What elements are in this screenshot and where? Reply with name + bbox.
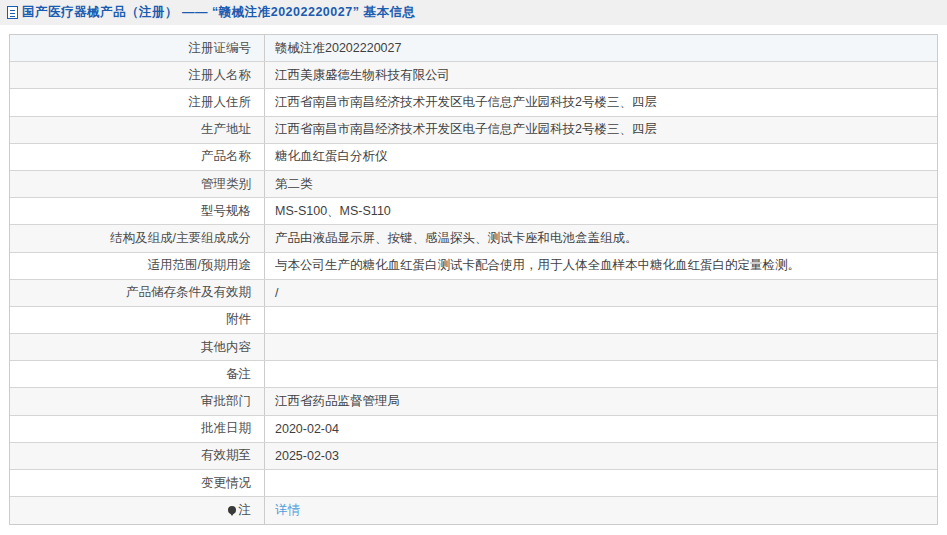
row-label-text: 管理类别 (201, 176, 251, 193)
row-label: 审批部门 (10, 388, 264, 414)
table-row: 结构及组成/主要组成成分产品由液晶显示屏、按键、感温探头、测试卡座和电池盒盖组成… (10, 225, 937, 252)
row-label-text: 注册人住所 (189, 94, 252, 111)
row-label: 批准日期 (10, 416, 264, 442)
row-value-text: 江西省南昌市南昌经济技术开发区电子信息产业园科技2号楼三、四层 (275, 94, 657, 111)
row-label-text: 注册证编号 (189, 40, 252, 57)
row-label-text: 适用范围/预期用途 (148, 257, 251, 274)
row-label: 注册证编号 (10, 35, 264, 61)
row-value: 江西美康盛德生物科技有限公司 (264, 62, 937, 88)
row-value-text: MS-S100、MS-S110 (275, 203, 391, 220)
row-value: 第二类 (264, 171, 937, 197)
table-row: 附件 (10, 307, 937, 334)
row-value (264, 470, 937, 496)
row-label-text: 产品储存条件及有效期 (126, 284, 251, 301)
row-label-text: 注 (239, 502, 252, 519)
row-label: 型号规格 (10, 198, 264, 224)
row-label: 产品储存条件及有效期 (10, 280, 264, 306)
table-row: 批准日期2020-02-04 (10, 416, 937, 443)
table-row: 变更情况 (10, 470, 937, 497)
row-value: 江西省药品监督管理局 (264, 388, 937, 414)
table-row: 审批部门江西省药品监督管理局 (10, 388, 937, 415)
table-row: 管理类别第二类 (10, 171, 937, 198)
row-label: 管理类别 (10, 171, 264, 197)
row-value: 与本公司生产的糖化血红蛋白测试卡配合使用，用于人体全血样本中糖化血红蛋白的定量检… (264, 253, 937, 279)
row-label: 生产地址 (10, 117, 264, 143)
row-label: 适用范围/预期用途 (10, 253, 264, 279)
table-row: 产品名称糖化血红蛋白分析仪 (10, 144, 937, 171)
row-label-text: 有效期至 (201, 447, 251, 464)
table-row: 有效期至2025-02-03 (10, 443, 937, 470)
row-label: 其他内容 (10, 334, 264, 360)
row-value-text: 赣械注准20202220027 (275, 40, 401, 57)
document-icon (7, 6, 18, 19)
row-value: / (264, 280, 937, 306)
row-label-text: 其他内容 (201, 339, 251, 356)
details-link[interactable]: 详情 (275, 502, 300, 519)
row-value: 赣械注准20202220027 (264, 35, 937, 61)
row-value: 详情 (264, 497, 937, 524)
row-label: 备注 (10, 361, 264, 387)
row-label-text: 生产地址 (201, 121, 251, 138)
table-row: 注详情 (10, 497, 937, 524)
row-value: 2025-02-03 (264, 443, 937, 469)
row-label-text: 变更情况 (201, 475, 251, 492)
row-value-text: 2025-02-03 (275, 449, 339, 463)
row-label: 结构及组成/主要组成成分 (10, 225, 264, 251)
row-value-text: 2020-02-04 (275, 422, 339, 436)
row-value: MS-S100、MS-S110 (264, 198, 937, 224)
row-value-text: 糖化血红蛋白分析仪 (275, 148, 388, 165)
row-label-text: 产品名称 (201, 148, 251, 165)
balloon-note-icon (228, 506, 236, 514)
table-row: 型号规格MS-S100、MS-S110 (10, 198, 937, 225)
table-row: 注册证编号赣械注准20202220027 (10, 35, 937, 62)
row-label-text: 批准日期 (201, 420, 251, 437)
table-row: 注册人住所江西省南昌市南昌经济技术开发区电子信息产业园科技2号楼三、四层 (10, 89, 937, 116)
table-row: 生产地址江西省南昌市南昌经济技术开发区电子信息产业园科技2号楼三、四层 (10, 117, 937, 144)
row-value: 江西省南昌市南昌经济技术开发区电子信息产业园科技2号楼三、四层 (264, 117, 937, 143)
row-label-text: 结构及组成/主要组成成分 (110, 230, 251, 247)
row-label: 变更情况 (10, 470, 264, 496)
row-value (264, 307, 937, 333)
row-label: 附件 (10, 307, 264, 333)
row-value-text: 与本公司生产的糖化血红蛋白测试卡配合使用，用于人体全血样本中糖化血红蛋白的定量检… (275, 257, 800, 274)
row-value-text: 第二类 (275, 176, 313, 193)
registration-info-table: 注册证编号赣械注准20202220027注册人名称江西美康盛德生物科技有限公司注… (9, 34, 938, 525)
row-value-text: 江西美康盛德生物科技有限公司 (275, 67, 450, 84)
page-title: 国产医疗器械产品（注册） —— “赣械注准20202220027” 基本信息 (22, 4, 415, 21)
row-label-text: 注册人名称 (189, 67, 252, 84)
row-value (264, 361, 937, 387)
row-label: 有效期至 (10, 443, 264, 469)
page: 国产医疗器械产品（注册） —— “赣械注准20202220027” 基本信息 注… (0, 0, 947, 525)
table-row: 备注 (10, 361, 937, 388)
page-header: 国产医疗器械产品（注册） —— “赣械注准20202220027” 基本信息 (0, 0, 947, 25)
row-value: 江西省南昌市南昌经济技术开发区电子信息产业园科技2号楼三、四层 (264, 89, 937, 115)
row-label: 注 (10, 497, 264, 524)
row-value (264, 334, 937, 360)
row-value-text: / (275, 286, 278, 300)
row-label-text: 备注 (226, 366, 251, 383)
row-label: 注册人住所 (10, 89, 264, 115)
table-row: 产品储存条件及有效期/ (10, 280, 937, 307)
row-label-text: 型号规格 (201, 203, 251, 220)
row-value-text: 江西省药品监督管理局 (275, 393, 400, 410)
row-value: 产品由液晶显示屏、按键、感温探头、测试卡座和电池盒盖组成。 (264, 225, 937, 251)
row-label-text: 审批部门 (201, 393, 251, 410)
row-value: 糖化血红蛋白分析仪 (264, 144, 937, 170)
row-value-text: 江西省南昌市南昌经济技术开发区电子信息产业园科技2号楼三、四层 (275, 121, 657, 138)
table-row: 适用范围/预期用途与本公司生产的糖化血红蛋白测试卡配合使用，用于人体全血样本中糖… (10, 253, 937, 280)
row-label: 注册人名称 (10, 62, 264, 88)
table-row: 注册人名称江西美康盛德生物科技有限公司 (10, 62, 937, 89)
row-label: 产品名称 (10, 144, 264, 170)
table-row: 其他内容 (10, 334, 937, 361)
row-value-text: 产品由液晶显示屏、按键、感温探头、测试卡座和电池盒盖组成。 (275, 230, 638, 247)
row-label-text: 附件 (226, 311, 251, 328)
row-value: 2020-02-04 (264, 416, 937, 442)
